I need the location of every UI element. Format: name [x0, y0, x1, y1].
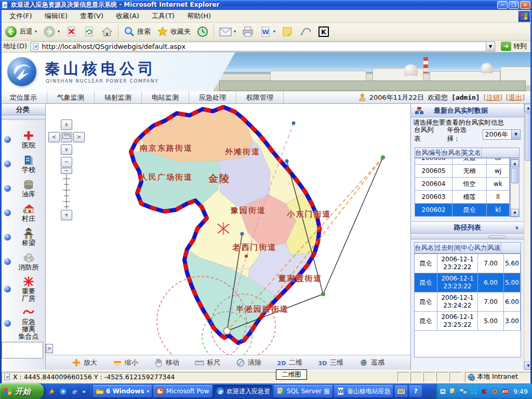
- typhoon-table-row[interactable]: 200603 榴莲 ll: [415, 191, 510, 204]
- stop-button[interactable]: [63, 25, 80, 38]
- menu-item[interactable]: 收藏(A): [110, 10, 145, 21]
- media-player-icon[interactable]: [59, 388, 67, 395]
- menu-item[interactable]: 帮助(H): [181, 10, 217, 21]
- typhoon-table-row[interactable]: 200602 昆仑 kl: [415, 204, 510, 217]
- map-tool-button[interactable]: 标尺: [195, 358, 220, 367]
- map-tool-button[interactable]: 2D 二维: [277, 358, 302, 367]
- typhoon-table-row[interactable]: 200606 太虚 tx: [415, 158, 510, 165]
- splitter-handle[interactable]: [488, 235, 506, 238]
- scroll-up-icon[interactable]: ▲: [511, 159, 519, 167]
- address-input[interactable]: e http://localhost/QSgridwebgis/default.…: [31, 42, 495, 51]
- tray-network-icon[interactable]: [460, 388, 468, 395]
- tray-sql-icon[interactable]: [449, 388, 457, 395]
- scroll-thumb[interactable]: [511, 168, 518, 183]
- nav-tab[interactable]: 定位显示: [0, 91, 47, 103]
- k-tool-button[interactable]: K: [315, 25, 332, 38]
- nav-tab[interactable]: 应急处理: [189, 91, 236, 103]
- go-button[interactable]: ➔转到: [498, 42, 530, 51]
- input-method-button[interactable]: [395, 385, 407, 397]
- menu-item[interactable]: 工具(T): [145, 10, 181, 21]
- layer-toggle-icon[interactable]: [4, 209, 11, 216]
- close-button[interactable]: ✕: [520, 1, 530, 9]
- minimize-button[interactable]: ─: [497, 1, 508, 9]
- taskbar-window-button[interactable]: Microsoft PowerP...: [153, 385, 212, 397]
- exit-link[interactable]: [退出]: [506, 93, 525, 102]
- map-tool-button[interactable]: 放大: [72, 358, 97, 367]
- zoom-in-step-button[interactable]: +: [61, 210, 72, 220]
- taskbar-window-button[interactable]: SQL Server 服务...: [274, 385, 332, 397]
- map-tool-button[interactable]: 清除: [236, 358, 261, 367]
- path-table-row[interactable]: 昆仑 2006-12-1 23:22:22 7.00 5.60: [415, 254, 521, 273]
- panel-splitter[interactable]: [411, 234, 524, 240]
- collapse-chevron-icon[interactable]: «: [513, 225, 520, 229]
- show-desktop-icon[interactable]: [48, 388, 56, 395]
- window-titlebar[interactable]: e 欢迎进入应急资源及决策信息显示系统 - Microsoft Internet…: [0, 0, 532, 10]
- help-tray-button[interactable]: ?: [409, 385, 422, 397]
- zoom-slider-rail[interactable]: [61, 175, 72, 209]
- layer-toggle-icon[interactable]: [4, 185, 11, 192]
- home-button[interactable]: [99, 25, 115, 38]
- pan-down-button[interactable]: ∨: [61, 144, 72, 155]
- map-canvas[interactable]: 南京东路街道外滩街道人民广场街道金陵豫园街道小东门街道老西门街道董家渡街道半淞园…: [46, 104, 410, 355]
- map-tool-button[interactable]: 3D 三维: [318, 358, 343, 367]
- quicklaunch-overflow-icon[interactable]: »: [82, 388, 86, 395]
- nav-tab[interactable]: 辐射监测: [95, 91, 142, 103]
- sidebar-category-item[interactable]: 医院: [0, 127, 45, 152]
- sidebar-category-item[interactable]: 桥梁: [0, 225, 45, 249]
- year-dropdown-icon[interactable]: ▼: [511, 130, 520, 139]
- pan-right-button[interactable]: >: [73, 132, 85, 142]
- sidebar-category-item[interactable]: 应急 撤离 集合点: [0, 304, 45, 342]
- typhoon-table-row[interactable]: 200605 无稽 wj: [415, 165, 510, 178]
- logout-link[interactable]: [注销]: [484, 93, 502, 102]
- maximize-button[interactable]: ❐: [509, 1, 519, 9]
- nav-tab[interactable]: 气象监测: [47, 91, 95, 103]
- address-dropdown-button[interactable]: ▼: [486, 42, 495, 51]
- menu-item[interactable]: 查看(V): [74, 10, 110, 21]
- print-button[interactable]: [240, 25, 256, 38]
- sidebar-category-item[interactable]: 学校: [0, 152, 45, 176]
- map-tool-button[interactable]: 移动: [154, 358, 179, 367]
- sidebar-category-item[interactable]: 重要 厂房: [0, 274, 45, 304]
- taskbar-window-button[interactable]: W 秦山核电站应急...: [334, 385, 393, 397]
- layer-toggle-icon[interactable]: [4, 258, 11, 265]
- favorites-button[interactable]: 收藏夹: [154, 25, 193, 38]
- scroll-down-icon[interactable]: ▼: [511, 209, 519, 217]
- sidebar-list-box[interactable]: [2, 342, 43, 358]
- mail-button[interactable]: ▾: [217, 25, 238, 38]
- pan-up-button[interactable]: ∧: [61, 119, 72, 130]
- taskbar-clock[interactable]: 9:49: [513, 388, 528, 395]
- layer-toggle-icon[interactable]: [4, 320, 11, 327]
- layer-toggle-icon[interactable]: [4, 136, 11, 143]
- layer-toggle-icon[interactable]: [4, 234, 11, 241]
- sidebar-category-item[interactable]: 消防所: [0, 249, 45, 274]
- taskbar-window-button[interactable]: e 欢迎进入应急资...: [214, 385, 272, 397]
- path-table-row[interactable]: 昆仑 2006-12-1 23:23:22 6.00 5.00: [415, 273, 521, 292]
- history-button[interactable]: [194, 25, 211, 38]
- tray-antivirus-icon[interactable]: K: [481, 388, 488, 395]
- discuss-button[interactable]: [297, 25, 314, 38]
- start-button[interactable]: 开始: [0, 383, 44, 399]
- tray-volume-icon[interactable]: [491, 388, 499, 395]
- tray-grid-icon[interactable]: [470, 388, 478, 395]
- path-table-row[interactable]: 昆仑 2006-12-1 23:24:22 7.00 6.00: [415, 292, 521, 312]
- forward-button[interactable]: ▾: [41, 24, 62, 39]
- tray-ati-icon[interactable]: ATI: [501, 388, 509, 395]
- path-list-header[interactable]: 路径列表 «: [411, 221, 524, 234]
- map-tool-button[interactable]: 缩小: [113, 358, 138, 367]
- pan-left-button[interactable]: <: [48, 132, 60, 142]
- taskbar-window-button[interactable]: 6 Windows Expl...: [93, 385, 152, 397]
- sidebar-expand-button[interactable]: >: [46, 344, 53, 353]
- menu-item[interactable]: 文件(F): [3, 10, 38, 21]
- zoom-out-step-button[interactable]: ─: [61, 157, 72, 167]
- sidebar-category-item[interactable]: 村庄: [0, 201, 45, 225]
- nav-tab[interactable]: 电站监测: [142, 91, 189, 103]
- tray-chevron-icon[interactable]: [439, 388, 447, 395]
- refresh-button[interactable]: [81, 25, 98, 38]
- notes-button[interactable]: [279, 25, 296, 38]
- edit-word-button[interactable]: W▾: [257, 25, 278, 38]
- back-button[interactable]: 后退▾: [2, 24, 39, 39]
- sidebar-category-item[interactable]: 油库: [0, 176, 45, 201]
- nav-tab[interactable]: 权限管理: [236, 91, 284, 103]
- typhoon-table-scrollbar[interactable]: ▲ ▼: [510, 159, 520, 217]
- scale-button[interactable]: [61, 132, 72, 142]
